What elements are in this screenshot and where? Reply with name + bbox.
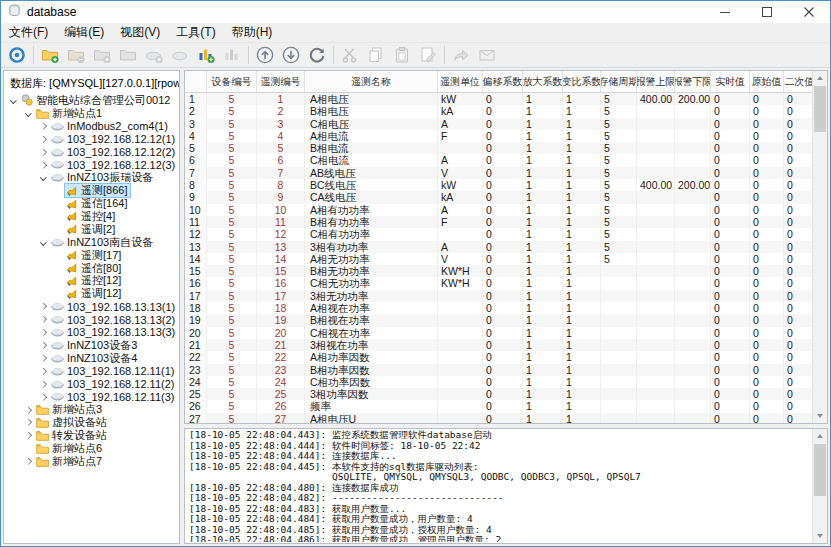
table-cell[interactable] (675, 413, 711, 423)
table-cell[interactable]: 0 (711, 400, 750, 412)
table-cell[interactable]: 0 (711, 314, 750, 326)
table-cell[interactable] (637, 265, 675, 277)
table-cell[interactable]: 5 (601, 142, 637, 154)
table-cell[interactable] (637, 400, 675, 412)
row-number-header[interactable] (185, 71, 207, 92)
table-cell[interactable] (601, 364, 637, 376)
table-cell[interactable]: 3相有功功率 (305, 241, 438, 253)
table-cell[interactable]: 1 (563, 191, 601, 203)
table-cell[interactable]: A相电压 (305, 93, 438, 105)
table-cell[interactable]: 0 (750, 191, 784, 203)
table-cell[interactable]: 7 (185, 167, 207, 179)
table-cell[interactable] (438, 142, 483, 154)
table-cell[interactable]: 1 (185, 93, 207, 105)
table-cell[interactable]: 0 (750, 216, 784, 228)
table-cell[interactable]: 0 (784, 277, 812, 289)
table-cell[interactable] (438, 413, 483, 423)
table-cell[interactable]: A相电流 (305, 130, 438, 142)
table-cell[interactable]: 1 (523, 351, 563, 363)
table-cell[interactable]: 0 (750, 314, 784, 326)
table-cell[interactable] (601, 388, 637, 400)
cut-button[interactable] (337, 43, 363, 67)
column-header[interactable]: 遥测编号 (257, 71, 305, 92)
table-cell[interactable] (675, 290, 711, 302)
table-cell[interactable] (675, 130, 711, 142)
table-cell[interactable]: kA (438, 191, 483, 203)
table-cell[interactable] (601, 376, 637, 388)
table-cell[interactable]: 9 (185, 191, 207, 203)
chevron-right-icon[interactable] (37, 395, 50, 400)
table-cell[interactable]: 0 (483, 400, 523, 412)
table-cell[interactable] (601, 351, 637, 363)
table-cell[interactable]: 3相无功功率 (305, 290, 438, 302)
table-cell[interactable]: 0 (483, 130, 523, 142)
chevron-right-icon[interactable] (22, 408, 35, 413)
table-cell[interactable]: F (438, 130, 483, 142)
table-cell[interactable]: 0 (784, 290, 812, 302)
table-cell[interactable] (675, 118, 711, 130)
table-cell[interactable] (675, 327, 711, 339)
chevron-right-icon[interactable] (37, 356, 50, 361)
table-cell[interactable] (675, 105, 711, 117)
table-cell[interactable]: 16 (185, 277, 207, 289)
table-cell[interactable]: 0 (483, 142, 523, 154)
table-cell[interactable]: 5 (207, 253, 257, 265)
table-cell[interactable]: 1 (563, 327, 601, 339)
menu-file[interactable]: 文件(F) (1, 23, 56, 42)
table-cell[interactable]: 0 (784, 179, 812, 191)
table-cell[interactable]: 1 (523, 388, 563, 400)
add-device-button[interactable] (141, 43, 167, 67)
table-cell[interactable] (601, 400, 637, 412)
table-cell[interactable] (438, 351, 483, 363)
table-cell[interactable] (675, 216, 711, 228)
table-cell[interactable]: 5 (601, 154, 637, 166)
table-cell[interactable]: 24 (257, 376, 305, 388)
table-cell[interactable]: 0 (750, 167, 784, 179)
table-cell[interactable]: 0 (711, 302, 750, 314)
table-cell[interactable] (601, 302, 637, 314)
table-cell[interactable]: 1 (523, 228, 563, 240)
table-cell[interactable] (637, 216, 675, 228)
table-cell[interactable]: KW*H (438, 265, 483, 277)
table-cell[interactable] (675, 154, 711, 166)
scroll-down-icon[interactable] (813, 409, 827, 423)
table-cell[interactable]: 3 (185, 118, 207, 130)
table-cell[interactable]: 1 (563, 253, 601, 265)
chevron-right-icon[interactable] (37, 137, 50, 142)
chevron-right-icon[interactable] (37, 369, 50, 374)
table-cell[interactable]: 1 (563, 351, 601, 363)
table-cell[interactable]: 0 (784, 400, 812, 412)
table-cell[interactable]: 2 (257, 105, 305, 117)
table-cell[interactable]: 0 (483, 339, 523, 351)
column-header[interactable]: 变比系数 (563, 71, 601, 92)
table-cell[interactable]: 0 (483, 167, 523, 179)
table-cell[interactable]: 200.00 (675, 93, 711, 105)
table-cell[interactable] (601, 327, 637, 339)
table-cell[interactable]: 1 (563, 376, 601, 388)
table-cell[interactable]: 10 (257, 204, 305, 216)
table-cell[interactable]: 0 (750, 364, 784, 376)
import-config-button[interactable] (89, 43, 115, 67)
table-cell[interactable]: 13 (257, 241, 305, 253)
table-cell[interactable]: 0 (483, 265, 523, 277)
table-cell[interactable]: 5 (601, 228, 637, 240)
table-cell[interactable]: 5 (207, 265, 257, 277)
table-cell[interactable]: 0 (750, 204, 784, 216)
table-cell[interactable]: 5 (207, 154, 257, 166)
add-signal-button[interactable] (193, 43, 219, 67)
table-cell[interactable]: 25 (257, 388, 305, 400)
table-cell[interactable]: 5 (601, 93, 637, 105)
table-cell[interactable]: 0 (483, 327, 523, 339)
table-cell[interactable]: 1 (563, 265, 601, 277)
table-cell[interactable]: 21 (185, 339, 207, 351)
table-cell[interactable]: 1 (523, 118, 563, 130)
table-cell[interactable]: 0 (483, 351, 523, 363)
table-cell[interactable]: 1 (563, 339, 601, 351)
table-cell[interactable]: C相电压 (305, 118, 438, 130)
table-cell[interactable]: 0 (750, 228, 784, 240)
forward-button[interactable] (448, 43, 474, 67)
table-cell[interactable] (675, 191, 711, 203)
remove-station-button[interactable] (63, 43, 89, 67)
table-cell[interactable]: 25 (185, 388, 207, 400)
table-cell[interactable]: 0 (750, 253, 784, 265)
